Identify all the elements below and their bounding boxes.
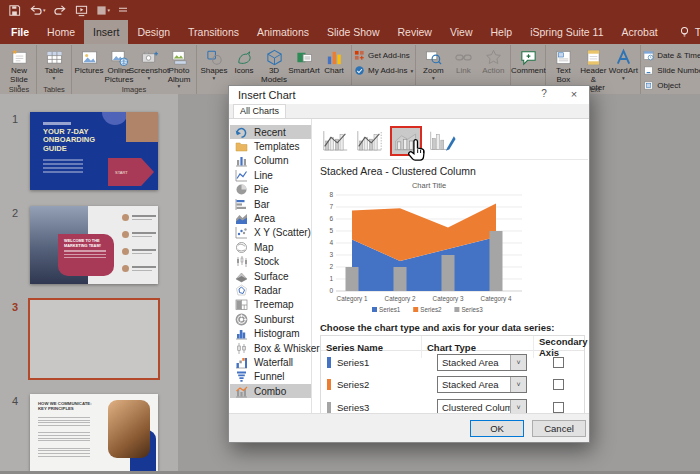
shapes-button[interactable]: Shapes ▾ xyxy=(199,46,229,82)
slide-thumbnail-3[interactable] xyxy=(30,300,158,378)
undo-button[interactable]: ▾ xyxy=(29,4,46,17)
category-x-y-scatter[interactable]: X Y (Scatter) xyxy=(230,226,311,240)
slide-thumbnail-2[interactable]: WELCOME TO THE MARKETING TEAM! xyxy=(30,206,158,284)
redo-button[interactable] xyxy=(54,4,67,17)
tab-insert[interactable]: Insert xyxy=(84,20,128,44)
tab-review[interactable]: Review xyxy=(389,20,441,44)
smartart-icon xyxy=(295,48,314,67)
radar-icon xyxy=(235,284,248,297)
category-label: Templates xyxy=(254,141,300,152)
combo-clustered-column-line-secondary[interactable] xyxy=(356,129,383,153)
category-label: Recent xyxy=(254,127,286,138)
zoom-button[interactable]: Zoom ▾ xyxy=(418,46,448,82)
secondary-axis-checkbox-series3[interactable] xyxy=(553,402,564,413)
chevron-down-icon[interactable]: ˅ xyxy=(510,355,526,370)
category-recent[interactable]: Recent xyxy=(230,125,311,139)
category-surface[interactable]: Surface xyxy=(230,269,311,283)
chart-type-dropdown-series1[interactable]: Stacked Area˅ xyxy=(437,354,527,371)
tab-home[interactable]: Home xyxy=(38,20,84,44)
map-icon xyxy=(235,241,248,254)
category-area[interactable]: Area xyxy=(230,211,311,225)
category-map[interactable]: Map xyxy=(230,240,311,254)
slide-number-button[interactable]: Slide Number xyxy=(643,65,700,76)
category-templates[interactable]: Templates xyxy=(230,139,311,153)
insert-chart-dialog: Insert Chart ? × All Charts RecentTempla… xyxy=(228,85,590,443)
text-box-button[interactable]: Text Box xyxy=(548,46,578,84)
category-line[interactable]: Line xyxy=(230,168,311,182)
tab-acrobat[interactable]: Acrobat xyxy=(613,20,667,44)
series-swatch xyxy=(327,402,331,413)
chart-button[interactable]: Chart xyxy=(319,46,349,76)
button-label: Icons xyxy=(234,67,253,76)
chevron-down-icon[interactable]: ˅ xyxy=(510,377,526,392)
chart-type-dropdown-series2[interactable]: Stacked Area˅ xyxy=(437,376,527,393)
slide-title: HOW WE COMMUNICATE: KEY PRINCIPLES xyxy=(38,401,98,411)
secondary-axis-checkbox-series1[interactable] xyxy=(553,357,564,368)
dropdown-arrow-icon: ▾ xyxy=(43,7,46,13)
table-button[interactable]: Table ▾ xyxy=(39,46,69,82)
quick-access-toolbar: ▾▾ xyxy=(0,0,700,20)
tab-ispring-suite-11[interactable]: iSpring Suite 11 xyxy=(521,20,612,44)
action-button[interactable]: Action xyxy=(478,46,508,76)
dialog-footer: OK Cancel xyxy=(229,413,589,442)
screenshot-button[interactable]: Screenshot ▾ xyxy=(134,46,164,82)
tab-design[interactable]: Design xyxy=(128,20,179,44)
icons-button[interactable]: Icons xyxy=(229,46,259,76)
category-stock[interactable]: Stock xyxy=(230,255,311,269)
category-label: Histogram xyxy=(254,328,300,339)
tab-view[interactable]: View xyxy=(441,20,482,44)
category-label: Radar xyxy=(254,285,281,296)
present-button[interactable] xyxy=(75,4,88,17)
pictures-button[interactable]: Pictures xyxy=(74,46,104,76)
date-time-button[interactable]: Date & Time xyxy=(643,50,700,61)
text-line xyxy=(132,215,156,217)
slide-thumbnail-panel[interactable]: 1YOUR 7-DAY ONBOARDING GUIDESTART2WELCOM… xyxy=(0,94,178,474)
save-button[interactable] xyxy=(8,4,21,17)
tab-transitions[interactable]: Transitions xyxy=(179,20,248,44)
category-label: Treemap xyxy=(254,299,294,310)
close-icon[interactable]: × xyxy=(567,88,581,100)
help-button[interactable]: ? xyxy=(537,88,551,99)
get-add-ins-button[interactable]: Get Add-ins xyxy=(354,50,413,61)
tab-file[interactable]: File xyxy=(2,20,38,44)
category-histogram[interactable]: Histogram xyxy=(230,326,311,340)
box-button[interactable]: ▾ xyxy=(96,5,111,16)
category-column[interactable]: Column xyxy=(230,154,311,168)
category-sunburst[interactable]: Sunburst xyxy=(230,312,311,326)
customize-button[interactable] xyxy=(118,5,128,15)
wordart-button[interactable]: WordArt ▾ xyxy=(608,46,638,82)
ok-button[interactable]: OK xyxy=(470,420,524,437)
photo-album-button[interactable]: Photo Album ▾ xyxy=(164,46,194,90)
combo-custom-combination[interactable] xyxy=(429,129,456,153)
text-box-icon xyxy=(554,48,573,67)
my-add-ins-button[interactable]: My Add-ins▾ xyxy=(354,65,413,76)
category-label: Stock xyxy=(254,256,279,267)
object-button[interactable]: Object xyxy=(643,80,700,91)
category-box-whisker[interactable]: Box & Whisker xyxy=(230,341,311,355)
tab-help[interactable]: Help xyxy=(482,20,522,44)
category-funnel[interactable]: Funnel xyxy=(230,370,311,384)
category-combo[interactable]: Combo xyxy=(230,384,311,398)
slide-number: 2 xyxy=(0,206,30,284)
subtype-heading: Stacked Area - Clustered Column xyxy=(320,165,588,177)
category-radar[interactable]: Radar xyxy=(230,283,311,297)
link-button[interactable]: Link xyxy=(448,46,478,76)
category-treemap[interactable]: Treemap xyxy=(230,298,311,312)
3d-models-button[interactable]: 3D Models ▾ xyxy=(259,46,289,90)
tell-me-box[interactable]: Tell me what you want to do xyxy=(679,20,700,44)
slide-thumbnail-4[interactable]: HOW WE COMMUNICATE: KEY PRINCIPLES xyxy=(30,394,158,472)
tab-all-charts[interactable]: All Charts xyxy=(233,104,286,118)
combo-clustered-column-line[interactable] xyxy=(322,129,349,153)
category-pie[interactable]: Pie xyxy=(230,183,311,197)
new-slide-button[interactable]: New Slide ▾ xyxy=(4,46,34,90)
secondary-axis-checkbox-series2[interactable] xyxy=(553,379,564,390)
tab-animations[interactable]: Animations xyxy=(248,20,318,44)
svg-text:3: 3 xyxy=(329,251,333,258)
category-waterfall[interactable]: Waterfall xyxy=(230,355,311,369)
comment-button[interactable]: Comment xyxy=(513,46,543,76)
smartart-button[interactable]: SmartArt xyxy=(289,46,319,76)
category-bar[interactable]: Bar xyxy=(230,197,311,211)
slide-thumbnail-1[interactable]: YOUR 7-DAY ONBOARDING GUIDESTART xyxy=(30,112,158,190)
cancel-button[interactable]: Cancel xyxy=(532,420,586,437)
tab-slide-show[interactable]: Slide Show xyxy=(318,20,389,44)
